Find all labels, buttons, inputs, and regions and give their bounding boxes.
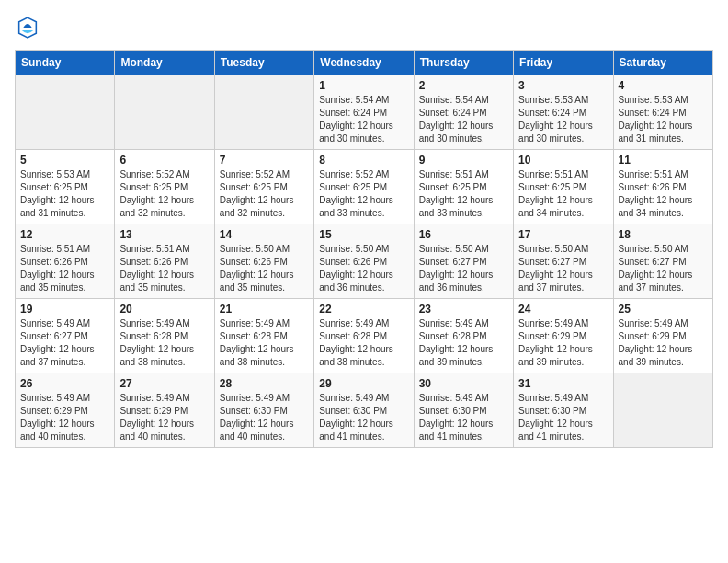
weekday-header-saturday: Saturday xyxy=(613,51,712,75)
day-info: Sunrise: 5:49 AM Sunset: 6:30 PM Dayligh… xyxy=(220,392,309,443)
day-number: 21 xyxy=(220,303,309,316)
day-number: 8 xyxy=(319,154,408,167)
calendar-cell: 29Sunrise: 5:49 AM Sunset: 6:30 PM Dayli… xyxy=(314,373,414,448)
day-info: Sunrise: 5:51 AM Sunset: 6:26 PM Dayligh… xyxy=(119,243,209,294)
calendar-cell: 27Sunrise: 5:49 AM Sunset: 6:29 PM Dayli… xyxy=(115,373,214,448)
day-info: Sunrise: 5:51 AM Sunset: 6:26 PM Dayligh… xyxy=(619,168,708,220)
calendar-cell: 1Sunrise: 5:54 AM Sunset: 6:24 PM Daylig… xyxy=(314,75,414,150)
calendar-week-row: 19Sunrise: 5:49 AM Sunset: 6:27 PM Dayli… xyxy=(16,299,713,373)
calendar-week-row: 1Sunrise: 5:54 AM Sunset: 6:24 PM Daylig… xyxy=(16,75,713,150)
day-info: Sunrise: 5:52 AM Sunset: 6:25 PM Dayligh… xyxy=(319,168,408,220)
calendar-cell xyxy=(613,373,712,448)
calendar-cell: 15Sunrise: 5:50 AM Sunset: 6:26 PM Dayli… xyxy=(314,224,414,299)
logo xyxy=(15,15,44,40)
calendar-table: SundayMondayTuesdayWednesdayThursdayFrid… xyxy=(15,50,713,448)
day-info: Sunrise: 5:50 AM Sunset: 6:26 PM Dayligh… xyxy=(220,243,309,294)
day-number: 24 xyxy=(518,303,608,316)
day-number: 17 xyxy=(518,228,608,241)
calendar-cell: 2Sunrise: 5:54 AM Sunset: 6:24 PM Daylig… xyxy=(414,75,513,150)
day-number: 5 xyxy=(20,154,109,167)
calendar-cell: 12Sunrise: 5:51 AM Sunset: 6:26 PM Dayli… xyxy=(16,224,115,299)
day-info: Sunrise: 5:50 AM Sunset: 6:27 PM Dayligh… xyxy=(518,243,608,294)
day-info: Sunrise: 5:54 AM Sunset: 6:24 PM Dayligh… xyxy=(419,94,508,145)
calendar-cell: 4Sunrise: 5:53 AM Sunset: 6:24 PM Daylig… xyxy=(613,75,712,150)
day-number: 27 xyxy=(119,377,209,390)
day-info: Sunrise: 5:53 AM Sunset: 6:25 PM Dayligh… xyxy=(20,168,109,220)
day-number: 16 xyxy=(419,228,508,241)
weekday-header-monday: Monday xyxy=(115,51,214,75)
day-info: Sunrise: 5:49 AM Sunset: 6:28 PM Dayligh… xyxy=(220,317,309,369)
day-info: Sunrise: 5:49 AM Sunset: 6:27 PM Dayligh… xyxy=(20,317,109,369)
day-number: 22 xyxy=(319,303,408,316)
calendar-cell: 18Sunrise: 5:50 AM Sunset: 6:27 PM Dayli… xyxy=(613,224,712,299)
calendar-cell xyxy=(115,75,214,150)
calendar-cell: 24Sunrise: 5:49 AM Sunset: 6:29 PM Dayli… xyxy=(514,299,613,373)
day-number: 28 xyxy=(220,377,309,390)
day-info: Sunrise: 5:49 AM Sunset: 6:29 PM Dayligh… xyxy=(619,317,708,369)
calendar-cell: 14Sunrise: 5:50 AM Sunset: 6:26 PM Dayli… xyxy=(214,224,313,299)
calendar-cell: 3Sunrise: 5:53 AM Sunset: 6:24 PM Daylig… xyxy=(514,75,613,150)
day-info: Sunrise: 5:52 AM Sunset: 6:25 PM Dayligh… xyxy=(220,168,309,220)
calendar-week-row: 26Sunrise: 5:49 AM Sunset: 6:29 PM Dayli… xyxy=(16,373,713,448)
day-info: Sunrise: 5:51 AM Sunset: 6:25 PM Dayligh… xyxy=(419,168,508,220)
calendar-week-row: 5Sunrise: 5:53 AM Sunset: 6:25 PM Daylig… xyxy=(16,150,713,224)
weekday-header-row: SundayMondayTuesdayWednesdayThursdayFrid… xyxy=(16,51,713,75)
day-info: Sunrise: 5:49 AM Sunset: 6:29 PM Dayligh… xyxy=(20,392,109,443)
day-number: 31 xyxy=(518,377,608,390)
day-info: Sunrise: 5:50 AM Sunset: 6:26 PM Dayligh… xyxy=(319,243,408,294)
day-info: Sunrise: 5:51 AM Sunset: 6:26 PM Dayligh… xyxy=(20,243,109,294)
calendar-cell: 10Sunrise: 5:51 AM Sunset: 6:25 PM Dayli… xyxy=(514,150,613,224)
day-number: 25 xyxy=(619,303,708,316)
day-info: Sunrise: 5:49 AM Sunset: 6:29 PM Dayligh… xyxy=(518,317,608,369)
day-number: 7 xyxy=(220,154,309,167)
day-number: 9 xyxy=(419,154,508,167)
day-number: 18 xyxy=(619,228,708,241)
day-number: 10 xyxy=(518,154,608,167)
calendar-cell: 19Sunrise: 5:49 AM Sunset: 6:27 PM Dayli… xyxy=(16,299,115,373)
calendar-cell: 25Sunrise: 5:49 AM Sunset: 6:29 PM Dayli… xyxy=(613,299,712,373)
calendar-cell: 9Sunrise: 5:51 AM Sunset: 6:25 PM Daylig… xyxy=(414,150,513,224)
calendar-cell: 21Sunrise: 5:49 AM Sunset: 6:28 PM Dayli… xyxy=(214,299,313,373)
calendar-cell: 11Sunrise: 5:51 AM Sunset: 6:26 PM Dayli… xyxy=(613,150,712,224)
calendar-cell: 6Sunrise: 5:52 AM Sunset: 6:25 PM Daylig… xyxy=(115,150,214,224)
day-info: Sunrise: 5:50 AM Sunset: 6:27 PM Dayligh… xyxy=(619,243,708,294)
logo-icon xyxy=(15,15,40,40)
calendar-cell: 13Sunrise: 5:51 AM Sunset: 6:26 PM Dayli… xyxy=(115,224,214,299)
day-info: Sunrise: 5:49 AM Sunset: 6:28 PM Dayligh… xyxy=(419,317,508,369)
calendar-cell: 17Sunrise: 5:50 AM Sunset: 6:27 PM Dayli… xyxy=(514,224,613,299)
day-info: Sunrise: 5:49 AM Sunset: 6:30 PM Dayligh… xyxy=(419,392,508,443)
weekday-header-tuesday: Tuesday xyxy=(214,51,313,75)
day-info: Sunrise: 5:52 AM Sunset: 6:25 PM Dayligh… xyxy=(119,168,209,220)
weekday-header-wednesday: Wednesday xyxy=(314,51,414,75)
calendar-cell: 5Sunrise: 5:53 AM Sunset: 6:25 PM Daylig… xyxy=(16,150,115,224)
day-info: Sunrise: 5:54 AM Sunset: 6:24 PM Dayligh… xyxy=(319,94,408,145)
calendar-cell: 23Sunrise: 5:49 AM Sunset: 6:28 PM Dayli… xyxy=(414,299,513,373)
day-number: 4 xyxy=(619,79,708,92)
calendar-cell: 31Sunrise: 5:49 AM Sunset: 6:30 PM Dayli… xyxy=(514,373,613,448)
day-info: Sunrise: 5:49 AM Sunset: 6:30 PM Dayligh… xyxy=(518,392,608,443)
day-number: 6 xyxy=(119,154,209,167)
day-info: Sunrise: 5:49 AM Sunset: 6:28 PM Dayligh… xyxy=(319,317,408,369)
day-number: 26 xyxy=(20,377,109,390)
weekday-header-sunday: Sunday xyxy=(16,51,115,75)
day-info: Sunrise: 5:49 AM Sunset: 6:29 PM Dayligh… xyxy=(119,392,209,443)
day-number: 11 xyxy=(619,154,708,167)
day-number: 14 xyxy=(220,228,309,241)
day-number: 2 xyxy=(419,79,508,92)
day-info: Sunrise: 5:51 AM Sunset: 6:25 PM Dayligh… xyxy=(518,168,608,220)
day-number: 15 xyxy=(319,228,408,241)
day-number: 19 xyxy=(20,303,109,316)
day-info: Sunrise: 5:49 AM Sunset: 6:30 PM Dayligh… xyxy=(319,392,408,443)
weekday-header-friday: Friday xyxy=(514,51,613,75)
day-number: 13 xyxy=(119,228,209,241)
day-number: 30 xyxy=(419,377,508,390)
day-info: Sunrise: 5:53 AM Sunset: 6:24 PM Dayligh… xyxy=(619,94,708,145)
day-number: 23 xyxy=(419,303,508,316)
calendar-cell: 8Sunrise: 5:52 AM Sunset: 6:25 PM Daylig… xyxy=(314,150,414,224)
calendar-cell: 28Sunrise: 5:49 AM Sunset: 6:30 PM Dayli… xyxy=(214,373,313,448)
calendar-cell: 16Sunrise: 5:50 AM Sunset: 6:27 PM Dayli… xyxy=(414,224,513,299)
calendar-cell: 7Sunrise: 5:52 AM Sunset: 6:25 PM Daylig… xyxy=(214,150,313,224)
calendar-cell xyxy=(16,75,115,150)
calendar-cell: 20Sunrise: 5:49 AM Sunset: 6:28 PM Dayli… xyxy=(115,299,214,373)
day-number: 3 xyxy=(518,79,608,92)
